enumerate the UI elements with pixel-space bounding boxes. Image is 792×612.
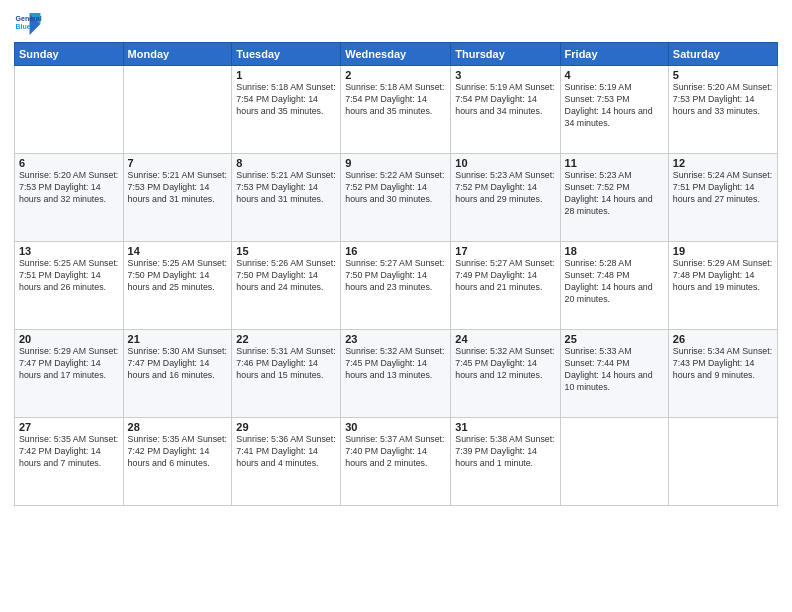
calendar-cell: 18Sunrise: 5:28 AM Sunset: 7:48 PM Dayli… bbox=[560, 242, 668, 330]
day-info: Sunrise: 5:23 AM Sunset: 7:52 PM Dayligh… bbox=[455, 170, 555, 206]
calendar-cell: 6Sunrise: 5:20 AM Sunset: 7:53 PM Daylig… bbox=[15, 154, 124, 242]
day-info: Sunrise: 5:21 AM Sunset: 7:53 PM Dayligh… bbox=[128, 170, 228, 206]
day-number: 9 bbox=[345, 157, 446, 169]
calendar-week-row: 1Sunrise: 5:18 AM Sunset: 7:54 PM Daylig… bbox=[15, 66, 778, 154]
day-number: 24 bbox=[455, 333, 555, 345]
calendar-cell: 2Sunrise: 5:18 AM Sunset: 7:54 PM Daylig… bbox=[341, 66, 451, 154]
calendar-cell: 27Sunrise: 5:35 AM Sunset: 7:42 PM Dayli… bbox=[15, 418, 124, 506]
day-info: Sunrise: 5:37 AM Sunset: 7:40 PM Dayligh… bbox=[345, 434, 446, 470]
day-number: 16 bbox=[345, 245, 446, 257]
day-info: Sunrise: 5:33 AM Sunset: 7:44 PM Dayligh… bbox=[565, 346, 664, 394]
calendar-cell: 14Sunrise: 5:25 AM Sunset: 7:50 PM Dayli… bbox=[123, 242, 232, 330]
calendar-cell: 30Sunrise: 5:37 AM Sunset: 7:40 PM Dayli… bbox=[341, 418, 451, 506]
day-info: Sunrise: 5:25 AM Sunset: 7:50 PM Dayligh… bbox=[128, 258, 228, 294]
day-info: Sunrise: 5:24 AM Sunset: 7:51 PM Dayligh… bbox=[673, 170, 773, 206]
day-number: 5 bbox=[673, 69, 773, 81]
calendar-cell: 13Sunrise: 5:25 AM Sunset: 7:51 PM Dayli… bbox=[15, 242, 124, 330]
calendar-week-row: 20Sunrise: 5:29 AM Sunset: 7:47 PM Dayli… bbox=[15, 330, 778, 418]
day-number: 23 bbox=[345, 333, 446, 345]
day-number: 22 bbox=[236, 333, 336, 345]
day-info: Sunrise: 5:20 AM Sunset: 7:53 PM Dayligh… bbox=[19, 170, 119, 206]
weekday-header-row: SundayMondayTuesdayWednesdayThursdayFrid… bbox=[15, 43, 778, 66]
calendar-week-row: 6Sunrise: 5:20 AM Sunset: 7:53 PM Daylig… bbox=[15, 154, 778, 242]
day-number: 18 bbox=[565, 245, 664, 257]
day-number: 29 bbox=[236, 421, 336, 433]
calendar: SundayMondayTuesdayWednesdayThursdayFrid… bbox=[14, 42, 778, 506]
weekday-header-saturday: Saturday bbox=[668, 43, 777, 66]
day-info: Sunrise: 5:31 AM Sunset: 7:46 PM Dayligh… bbox=[236, 346, 336, 382]
day-number: 31 bbox=[455, 421, 555, 433]
day-info: Sunrise: 5:27 AM Sunset: 7:49 PM Dayligh… bbox=[455, 258, 555, 294]
day-number: 13 bbox=[19, 245, 119, 257]
day-info: Sunrise: 5:35 AM Sunset: 7:42 PM Dayligh… bbox=[19, 434, 119, 470]
calendar-cell: 10Sunrise: 5:23 AM Sunset: 7:52 PM Dayli… bbox=[451, 154, 560, 242]
calendar-week-row: 27Sunrise: 5:35 AM Sunset: 7:42 PM Dayli… bbox=[15, 418, 778, 506]
weekday-header-thursday: Thursday bbox=[451, 43, 560, 66]
calendar-cell: 26Sunrise: 5:34 AM Sunset: 7:43 PM Dayli… bbox=[668, 330, 777, 418]
calendar-cell: 8Sunrise: 5:21 AM Sunset: 7:53 PM Daylig… bbox=[232, 154, 341, 242]
day-info: Sunrise: 5:34 AM Sunset: 7:43 PM Dayligh… bbox=[673, 346, 773, 382]
day-info: Sunrise: 5:27 AM Sunset: 7:50 PM Dayligh… bbox=[345, 258, 446, 294]
day-info: Sunrise: 5:32 AM Sunset: 7:45 PM Dayligh… bbox=[455, 346, 555, 382]
weekday-header-wednesday: Wednesday bbox=[341, 43, 451, 66]
day-number: 27 bbox=[19, 421, 119, 433]
calendar-cell: 16Sunrise: 5:27 AM Sunset: 7:50 PM Dayli… bbox=[341, 242, 451, 330]
svg-text:Blue: Blue bbox=[16, 23, 31, 30]
calendar-cell: 5Sunrise: 5:20 AM Sunset: 7:53 PM Daylig… bbox=[668, 66, 777, 154]
day-info: Sunrise: 5:18 AM Sunset: 7:54 PM Dayligh… bbox=[345, 82, 446, 118]
day-info: Sunrise: 5:23 AM Sunset: 7:52 PM Dayligh… bbox=[565, 170, 664, 218]
weekday-header-friday: Friday bbox=[560, 43, 668, 66]
calendar-cell: 9Sunrise: 5:22 AM Sunset: 7:52 PM Daylig… bbox=[341, 154, 451, 242]
day-number: 12 bbox=[673, 157, 773, 169]
calendar-cell: 19Sunrise: 5:29 AM Sunset: 7:48 PM Dayli… bbox=[668, 242, 777, 330]
day-info: Sunrise: 5:29 AM Sunset: 7:48 PM Dayligh… bbox=[673, 258, 773, 294]
day-number: 15 bbox=[236, 245, 336, 257]
day-info: Sunrise: 5:36 AM Sunset: 7:41 PM Dayligh… bbox=[236, 434, 336, 470]
calendar-cell: 25Sunrise: 5:33 AM Sunset: 7:44 PM Dayli… bbox=[560, 330, 668, 418]
calendar-cell: 28Sunrise: 5:35 AM Sunset: 7:42 PM Dayli… bbox=[123, 418, 232, 506]
weekday-header-sunday: Sunday bbox=[15, 43, 124, 66]
calendar-cell: 3Sunrise: 5:19 AM Sunset: 7:54 PM Daylig… bbox=[451, 66, 560, 154]
calendar-cell: 22Sunrise: 5:31 AM Sunset: 7:46 PM Dayli… bbox=[232, 330, 341, 418]
calendar-cell: 12Sunrise: 5:24 AM Sunset: 7:51 PM Dayli… bbox=[668, 154, 777, 242]
calendar-cell: 31Sunrise: 5:38 AM Sunset: 7:39 PM Dayli… bbox=[451, 418, 560, 506]
calendar-week-row: 13Sunrise: 5:25 AM Sunset: 7:51 PM Dayli… bbox=[15, 242, 778, 330]
calendar-cell bbox=[123, 66, 232, 154]
day-info: Sunrise: 5:38 AM Sunset: 7:39 PM Dayligh… bbox=[455, 434, 555, 470]
day-number: 2 bbox=[345, 69, 446, 81]
page-header: General Blue bbox=[14, 10, 778, 38]
calendar-cell: 21Sunrise: 5:30 AM Sunset: 7:47 PM Dayli… bbox=[123, 330, 232, 418]
calendar-cell: 1Sunrise: 5:18 AM Sunset: 7:54 PM Daylig… bbox=[232, 66, 341, 154]
day-info: Sunrise: 5:21 AM Sunset: 7:53 PM Dayligh… bbox=[236, 170, 336, 206]
calendar-cell: 29Sunrise: 5:36 AM Sunset: 7:41 PM Dayli… bbox=[232, 418, 341, 506]
calendar-cell: 24Sunrise: 5:32 AM Sunset: 7:45 PM Dayli… bbox=[451, 330, 560, 418]
calendar-cell: 20Sunrise: 5:29 AM Sunset: 7:47 PM Dayli… bbox=[15, 330, 124, 418]
day-number: 3 bbox=[455, 69, 555, 81]
svg-text:General: General bbox=[16, 15, 42, 22]
day-info: Sunrise: 5:18 AM Sunset: 7:54 PM Dayligh… bbox=[236, 82, 336, 118]
day-number: 8 bbox=[236, 157, 336, 169]
calendar-cell: 7Sunrise: 5:21 AM Sunset: 7:53 PM Daylig… bbox=[123, 154, 232, 242]
day-info: Sunrise: 5:28 AM Sunset: 7:48 PM Dayligh… bbox=[565, 258, 664, 306]
calendar-cell bbox=[560, 418, 668, 506]
weekday-header-monday: Monday bbox=[123, 43, 232, 66]
calendar-cell: 11Sunrise: 5:23 AM Sunset: 7:52 PM Dayli… bbox=[560, 154, 668, 242]
day-number: 20 bbox=[19, 333, 119, 345]
day-info: Sunrise: 5:35 AM Sunset: 7:42 PM Dayligh… bbox=[128, 434, 228, 470]
day-info: Sunrise: 5:29 AM Sunset: 7:47 PM Dayligh… bbox=[19, 346, 119, 382]
day-number: 10 bbox=[455, 157, 555, 169]
day-number: 6 bbox=[19, 157, 119, 169]
calendar-cell: 17Sunrise: 5:27 AM Sunset: 7:49 PM Dayli… bbox=[451, 242, 560, 330]
day-number: 25 bbox=[565, 333, 664, 345]
day-info: Sunrise: 5:20 AM Sunset: 7:53 PM Dayligh… bbox=[673, 82, 773, 118]
calendar-cell bbox=[668, 418, 777, 506]
day-info: Sunrise: 5:32 AM Sunset: 7:45 PM Dayligh… bbox=[345, 346, 446, 382]
day-info: Sunrise: 5:30 AM Sunset: 7:47 PM Dayligh… bbox=[128, 346, 228, 382]
day-number: 17 bbox=[455, 245, 555, 257]
day-number: 11 bbox=[565, 157, 664, 169]
day-number: 4 bbox=[565, 69, 664, 81]
day-info: Sunrise: 5:19 AM Sunset: 7:54 PM Dayligh… bbox=[455, 82, 555, 118]
day-info: Sunrise: 5:19 AM Sunset: 7:53 PM Dayligh… bbox=[565, 82, 664, 130]
day-info: Sunrise: 5:25 AM Sunset: 7:51 PM Dayligh… bbox=[19, 258, 119, 294]
day-number: 1 bbox=[236, 69, 336, 81]
